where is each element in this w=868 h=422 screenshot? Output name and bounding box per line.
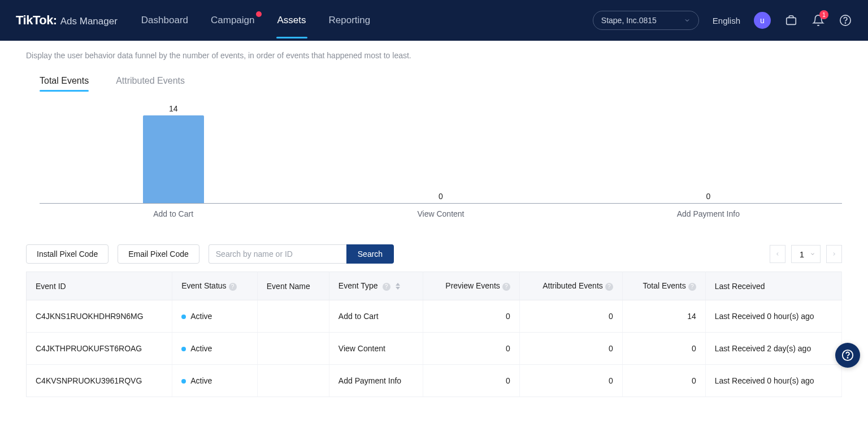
status-label: Active bbox=[190, 376, 212, 385]
help-icon[interactable]: ? bbox=[383, 283, 390, 291]
status-dot-icon bbox=[181, 379, 186, 384]
help-icon[interactable]: ? bbox=[688, 283, 696, 291]
tab-attributed-events[interactable]: Attributed Events bbox=[116, 76, 185, 92]
table-row: C4JKNS1RUOKHDHR9N6MG Active Add to Cart … bbox=[27, 300, 842, 333]
cell-name bbox=[257, 300, 329, 333]
page-number: 1 bbox=[800, 249, 804, 259]
avatar[interactable]: u bbox=[754, 12, 771, 29]
table-toolbar: Install Pixel Code Email Pixel Code Sear… bbox=[26, 244, 842, 264]
bar-value: 0 bbox=[706, 192, 710, 201]
section-subtitle: Display the user behavior data funnel by… bbox=[26, 51, 842, 60]
th-label: Attributed Events bbox=[542, 281, 603, 290]
bar-value: 14 bbox=[169, 104, 178, 113]
chart-xlabels: Add to Cart View Content Add Payment Inf… bbox=[40, 209, 842, 218]
chevron-down-icon bbox=[810, 251, 815, 257]
pagination: 1 bbox=[770, 245, 842, 263]
header-right: Stape, Inc.0815 English u 1 bbox=[593, 11, 852, 30]
cell-type: View Content bbox=[329, 333, 423, 365]
page-content: Display the user behavior data funnel by… bbox=[0, 41, 868, 420]
tab-total-events[interactable]: Total Events bbox=[40, 76, 89, 92]
status-dot-icon bbox=[181, 315, 186, 319]
cell-type: Add Payment Info bbox=[329, 365, 423, 397]
search-group: Search bbox=[209, 244, 394, 264]
table-header-row: Event ID Event Status? Event Name Event … bbox=[27, 272, 842, 300]
nav-campaign-badge bbox=[256, 11, 262, 17]
xlabel: Add Payment Info bbox=[575, 209, 842, 218]
nav-dashboard[interactable]: Dashboard bbox=[140, 15, 189, 26]
cell-name bbox=[257, 333, 329, 365]
cell-attributed: 0 bbox=[519, 300, 622, 333]
events-table: Event ID Event Status? Event Name Event … bbox=[26, 272, 842, 397]
search-button[interactable]: Search bbox=[346, 244, 394, 264]
cell-name bbox=[257, 365, 329, 397]
nav-reporting[interactable]: Reporting bbox=[328, 15, 372, 26]
main-nav: Dashboard Campaign Assets Reporting bbox=[140, 15, 593, 26]
floating-help-button[interactable] bbox=[835, 343, 860, 368]
cell-event-id: C4JKTHPRUOKUFST6ROAG bbox=[27, 333, 172, 365]
page-select[interactable]: 1 bbox=[791, 245, 821, 263]
help-icon[interactable]: ? bbox=[229, 283, 237, 291]
business-center-icon[interactable] bbox=[784, 14, 798, 27]
status-label: Active bbox=[190, 344, 212, 353]
chevron-right-icon bbox=[831, 251, 837, 257]
account-selector[interactable]: Stape, Inc.0815 bbox=[593, 11, 699, 30]
help-icon[interactable] bbox=[839, 14, 852, 27]
chevron-left-icon bbox=[775, 251, 780, 257]
brand-sub: Ads Manager bbox=[60, 16, 118, 27]
svg-point-2 bbox=[845, 23, 845, 23]
th-total-events: Total Events? bbox=[622, 272, 705, 300]
cell-attributed: 0 bbox=[519, 333, 622, 365]
cell-event-id: C4JKNS1RUOKHDHR9N6MG bbox=[27, 300, 172, 333]
table-body: C4JKNS1RUOKHDHR9N6MG Active Add to Cart … bbox=[27, 300, 842, 397]
brand-logo: TikTok: Ads Manager bbox=[16, 13, 118, 28]
th-preview-events: Preview Events? bbox=[423, 272, 519, 300]
notif-count: 1 bbox=[819, 10, 828, 19]
nav-campaign-label: Campaign bbox=[211, 15, 255, 25]
bar-value: 0 bbox=[439, 192, 443, 201]
help-icon[interactable]: ? bbox=[605, 283, 613, 291]
install-pixel-button[interactable]: Install Pixel Code bbox=[26, 244, 108, 264]
th-label: Last Received bbox=[715, 282, 765, 291]
cell-total: 0 bbox=[622, 365, 705, 397]
bar-slot-add-to-cart: 14 bbox=[40, 102, 307, 203]
cell-status: Active bbox=[172, 333, 258, 365]
cell-attributed: 0 bbox=[519, 365, 622, 397]
search-input[interactable] bbox=[209, 244, 346, 264]
status-dot-icon bbox=[181, 347, 186, 351]
question-icon bbox=[841, 349, 854, 361]
chart-bars: 14 0 0 bbox=[40, 102, 842, 203]
cell-status: Active bbox=[172, 300, 258, 333]
th-attributed-events: Attributed Events? bbox=[519, 272, 622, 300]
svg-rect-0 bbox=[787, 18, 796, 24]
cell-last: Last Received 2 day(s) ago bbox=[705, 333, 841, 365]
th-event-id: Event ID bbox=[27, 272, 172, 300]
funnel-chart: 14 0 0 Add to Cart View Content Add Paym… bbox=[40, 102, 842, 218]
bar-add-to-cart bbox=[143, 115, 204, 203]
help-icon[interactable]: ? bbox=[502, 283, 510, 291]
th-label: Event Type bbox=[338, 281, 378, 290]
notifications-icon[interactable]: 1 bbox=[811, 14, 825, 27]
status-label: Active bbox=[190, 312, 212, 321]
cell-preview: 0 bbox=[423, 333, 519, 365]
cell-event-id: C4KVSNPRUOKU3961RQVG bbox=[27, 365, 172, 397]
th-label: Event Name bbox=[267, 282, 310, 291]
th-event-type[interactable]: Event Type ? bbox=[329, 272, 423, 300]
svg-point-4 bbox=[847, 358, 848, 358]
th-label: Event ID bbox=[36, 282, 66, 291]
email-pixel-button[interactable]: Email Pixel Code bbox=[118, 244, 199, 264]
cell-preview: 0 bbox=[423, 365, 519, 397]
th-last-received: Last Received bbox=[705, 272, 841, 300]
nav-assets[interactable]: Assets bbox=[276, 15, 307, 26]
page-prev[interactable] bbox=[770, 245, 785, 263]
cell-total: 0 bbox=[622, 333, 705, 365]
cell-last: Last Received 0 hour(s) ago bbox=[705, 365, 841, 397]
language-label[interactable]: English bbox=[713, 16, 740, 25]
xlabel: View Content bbox=[307, 209, 574, 218]
page-next[interactable] bbox=[826, 245, 842, 263]
th-label: Preview Events bbox=[445, 281, 500, 290]
sort-icon[interactable] bbox=[396, 283, 400, 290]
cell-type: Add to Cart bbox=[329, 300, 423, 333]
chart-plot: 14 0 0 bbox=[40, 102, 842, 204]
chevron-down-icon bbox=[684, 17, 691, 24]
nav-campaign[interactable]: Campaign bbox=[210, 15, 256, 26]
